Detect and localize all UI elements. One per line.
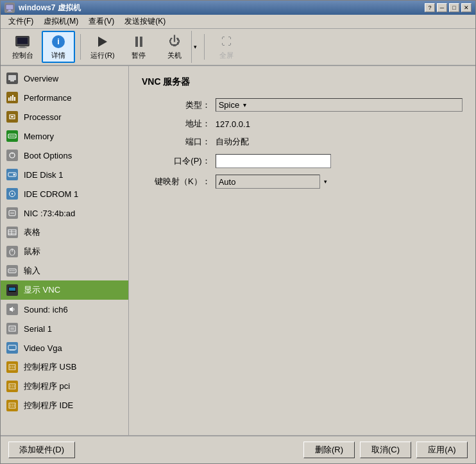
shutdown-dropdown-arrow[interactable]: ▾ xyxy=(191,31,199,63)
svg-rect-7 xyxy=(8,75,16,80)
shutdown-button[interactable]: ⏻ 关机 xyxy=(158,31,191,63)
processor-icon xyxy=(6,110,19,123)
nic-icon xyxy=(6,207,19,219)
svg-rect-8 xyxy=(10,80,14,82)
console-button[interactable]: 控制台 xyxy=(6,31,39,63)
run-label: 运行(R) xyxy=(90,51,114,60)
menu-file[interactable]: 文件(F) xyxy=(3,15,38,28)
details-button[interactable]: i 详情 xyxy=(42,31,75,63)
svg-rect-1 xyxy=(8,10,11,11)
serial-icon xyxy=(6,322,19,335)
keymap-label: 键映射（K）： xyxy=(155,176,210,187)
sidebar-item-processor[interactable]: Processor xyxy=(1,107,128,126)
toolbar-separator-2 xyxy=(204,34,205,60)
svg-rect-34 xyxy=(10,270,11,271)
video-vga-icon xyxy=(6,341,19,354)
details-label: 详情 xyxy=(51,51,65,60)
sidebar-item-mouse[interactable]: 鼠标 xyxy=(1,242,128,261)
window-title: windows7 虚拟机 xyxy=(19,3,81,13)
sidebar-item-vnc[interactable]: 显示 VNC xyxy=(1,280,128,300)
pause-button[interactable]: 暂停 xyxy=(122,31,155,63)
sidebar-label-video-vga: Video Vga xyxy=(24,343,62,353)
sidebar-item-sound[interactable]: Sound: ich6 xyxy=(1,300,128,319)
menu-send-key[interactable]: 发送按键(K) xyxy=(119,15,171,28)
port-label: 端口： xyxy=(155,136,210,148)
ide-cdrom-icon xyxy=(6,187,19,200)
toolbar-separator-1 xyxy=(80,34,81,60)
svg-rect-2 xyxy=(7,11,12,12)
svg-rect-16 xyxy=(10,135,11,137)
content-area: VNC 服务器 类型： Spice ▾ 地址： 127.0.0.1 端口： 自动… xyxy=(129,66,475,435)
password-input[interactable] xyxy=(216,154,331,168)
sidebar-label-memory: Memory xyxy=(24,132,54,141)
sidebar-label-mouse: 鼠标 xyxy=(24,246,40,257)
sidebar-item-performance[interactable]: Performance xyxy=(1,88,128,107)
apply-button[interactable]: 应用(A) xyxy=(416,442,468,458)
sidebar-item-memory[interactable]: Memory xyxy=(1,126,128,146)
maximize-button[interactable]: □ xyxy=(449,3,459,12)
sidebar-item-input[interactable]: 输入 xyxy=(1,261,128,280)
type-dropdown[interactable]: Spice ▾ xyxy=(216,98,463,112)
sidebar-item-ide-disk[interactable]: IDE Disk 1 xyxy=(1,165,128,184)
menu-view[interactable]: 查看(V) xyxy=(83,15,119,28)
app-icon xyxy=(4,3,15,13)
ide-ctrl-icon xyxy=(6,399,19,412)
sidebar-label-performance: Performance xyxy=(24,93,71,103)
pause-label: 暂停 xyxy=(132,51,146,60)
form-table: 类型： Spice ▾ 地址： 127.0.0.1 端口： 自动分配 口令(P)… xyxy=(155,98,463,189)
type-value: Spice xyxy=(219,100,240,110)
main-area: Overview Performance Processor xyxy=(1,66,475,435)
sidebar-item-overview[interactable]: Overview xyxy=(1,69,128,88)
sidebar-item-pci[interactable]: 控制程序 pci xyxy=(1,377,128,396)
svg-marker-40 xyxy=(10,307,13,312)
delete-button[interactable]: 删除(R) xyxy=(303,442,355,458)
ide-disk-icon xyxy=(6,168,19,181)
fullscreen-button[interactable]: ⛶ 全屏 xyxy=(210,31,243,63)
cancel-button[interactable]: 取消(C) xyxy=(360,442,411,458)
svg-rect-39 xyxy=(10,292,14,293)
sound-icon xyxy=(6,303,19,316)
shutdown-label: 关机 xyxy=(167,51,182,60)
toolbar: 控制台 i 详情 运行(R) 暂停 xyxy=(1,29,475,66)
svg-rect-17 xyxy=(12,135,13,137)
svg-rect-35 xyxy=(12,270,13,271)
svg-point-22 xyxy=(13,174,15,176)
console-label: 控制台 xyxy=(12,51,33,60)
svg-rect-6 xyxy=(19,47,27,47)
vnc-icon xyxy=(6,284,19,296)
svg-rect-10 xyxy=(10,96,12,101)
performance-icon xyxy=(6,91,19,104)
svg-rect-14 xyxy=(11,116,13,117)
menu-vm[interactable]: 虚拟机(M) xyxy=(38,15,83,28)
svg-rect-9 xyxy=(8,98,10,101)
main-window: windows7 虚拟机 ? ─ □ ✕ 文件(F) 虚拟机(M) 查看(V) … xyxy=(0,0,476,464)
sidebar-item-video-vga[interactable]: Video Vga xyxy=(1,338,128,357)
table-icon xyxy=(6,226,19,239)
sidebar-item-ide-cdrom[interactable]: IDE CDROM 1 xyxy=(1,184,128,203)
sidebar-item-boot[interactable]: Boot Options xyxy=(1,146,128,165)
sidebar-label-overview: Overview xyxy=(24,74,58,83)
sidebar-label-processor: Processor xyxy=(24,112,62,122)
input-icon xyxy=(6,264,19,277)
console-icon xyxy=(15,34,30,49)
svg-rect-18 xyxy=(13,135,15,137)
add-hardware-button[interactable]: 添加硬件(D) xyxy=(8,442,75,458)
close-button[interactable]: ✕ xyxy=(461,3,472,12)
help-button[interactable]: ? xyxy=(425,3,435,12)
svg-rect-44 xyxy=(8,345,16,350)
sidebar-item-ide-ctrl[interactable]: 控制程序 IDE xyxy=(1,396,128,415)
run-button[interactable]: 运行(R) xyxy=(86,31,119,63)
sidebar-item-usb[interactable]: 控制程序 USB xyxy=(1,357,128,377)
sidebar-item-serial[interactable]: Serial 1 xyxy=(1,319,128,338)
memory-icon xyxy=(6,130,19,142)
boot-icon xyxy=(6,149,19,162)
svg-rect-4 xyxy=(17,37,28,44)
sidebar-label-usb: 控制程序 USB xyxy=(24,361,76,373)
address-label: 地址： xyxy=(155,118,210,130)
keymap-select[interactable]: Auto en-us de fr xyxy=(216,175,331,189)
sidebar-item-table[interactable]: 表格 xyxy=(1,223,128,242)
minimize-button[interactable]: ─ xyxy=(437,3,447,12)
pause-icon xyxy=(131,34,146,49)
svg-point-24 xyxy=(12,193,13,194)
sidebar-item-nic[interactable]: NIC :73:4b:ad xyxy=(1,203,128,223)
